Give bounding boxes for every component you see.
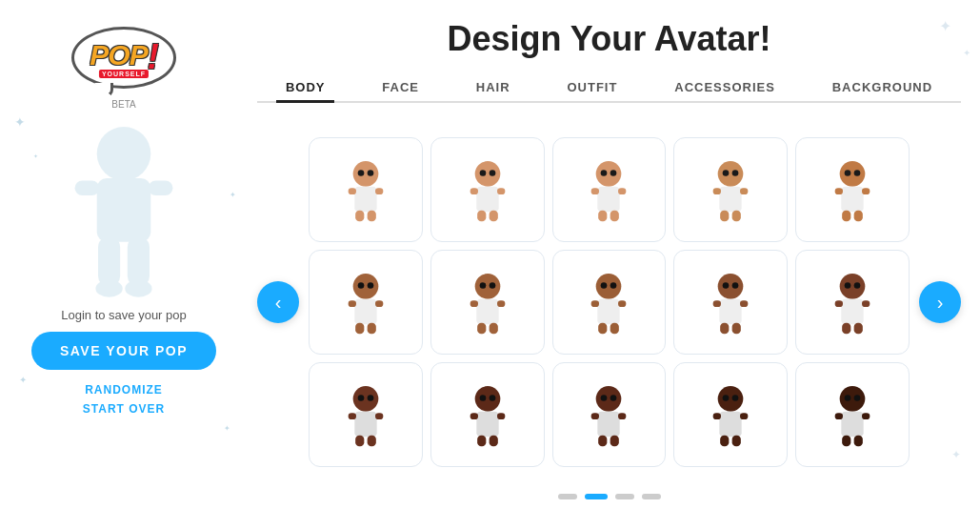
tab-face[interactable]: FACE	[372, 74, 429, 103]
svg-point-57	[479, 282, 486, 289]
beta-label: BETA	[111, 99, 135, 110]
svg-rect-78	[720, 323, 729, 335]
avatar-card-3[interactable]	[552, 137, 667, 242]
avatar-card-14[interactable]	[673, 362, 788, 467]
svg-point-66	[610, 282, 617, 289]
funko-figure-8	[585, 269, 632, 336]
svg-point-49	[358, 282, 365, 289]
svg-rect-29	[618, 188, 626, 194]
svg-rect-85	[862, 300, 870, 307]
deco-sparkle-2: ✦	[963, 48, 970, 58]
svg-rect-84	[835, 300, 843, 307]
svg-rect-53	[375, 300, 383, 307]
logo-container: POP! YOURSELF	[67, 19, 181, 95]
svg-rect-13	[375, 188, 383, 194]
svg-point-34	[732, 170, 739, 176]
tab-outfit[interactable]: OUTFIT	[557, 74, 627, 103]
tab-hair[interactable]: HAIR	[467, 74, 520, 103]
svg-rect-51	[354, 299, 376, 325]
svg-rect-99	[476, 412, 498, 438]
avatar-card-7[interactable]	[430, 250, 545, 355]
svg-rect-76	[713, 300, 721, 307]
svg-point-7	[125, 280, 151, 297]
avatar-silhouette	[52, 127, 195, 298]
svg-point-16	[474, 161, 500, 187]
svg-rect-22	[477, 211, 486, 222]
svg-rect-91	[354, 412, 376, 438]
svg-point-80	[840, 274, 866, 299]
svg-rect-30	[599, 211, 608, 222]
login-text: Login to save your pop	[61, 308, 187, 322]
svg-point-17	[479, 170, 486, 176]
avatar-card-12[interactable]	[430, 362, 545, 467]
svg-point-24	[596, 161, 622, 187]
funko-figure-10	[829, 269, 876, 336]
avatar-card-2[interactable]	[430, 137, 545, 242]
svg-rect-15	[368, 211, 376, 222]
svg-rect-77	[740, 300, 748, 307]
pagination-dot-3[interactable]	[615, 494, 634, 499]
funko-figure-5	[829, 156, 876, 223]
svg-rect-36	[713, 188, 721, 194]
save-your-pop-button[interactable]: SAVE YOUR POP	[31, 332, 216, 370]
svg-rect-63	[489, 323, 497, 335]
prev-arrow-button[interactable]: ‹	[257, 281, 299, 323]
tab-body[interactable]: BODY	[276, 74, 335, 103]
svg-point-98	[489, 395, 495, 401]
svg-point-0	[97, 127, 151, 181]
tab-accessories[interactable]: ACCESSORIES	[665, 74, 785, 103]
svg-rect-23	[489, 211, 497, 222]
pagination-dot-1[interactable]	[558, 494, 577, 499]
svg-rect-60	[470, 300, 477, 307]
funko-figure-14	[707, 381, 754, 448]
svg-point-50	[368, 282, 374, 289]
svg-point-65	[601, 282, 608, 289]
svg-point-106	[610, 395, 617, 401]
avatar-card-13[interactable]	[552, 362, 667, 467]
svg-rect-86	[842, 323, 850, 335]
svg-rect-100	[470, 413, 477, 419]
avatar-card-8[interactable]	[552, 250, 667, 355]
start-over-button[interactable]: START OVER	[83, 402, 165, 416]
svg-point-112	[718, 386, 744, 412]
avatar-card-11[interactable]	[309, 362, 423, 467]
pagination-dot-4[interactable]	[642, 494, 661, 499]
avatar-card-6[interactable]	[309, 250, 423, 355]
randomize-button[interactable]: RANDOMIZE	[85, 383, 163, 397]
tab-background[interactable]: BACKGROUND	[823, 74, 942, 103]
svg-point-105	[601, 395, 608, 401]
svg-rect-124	[835, 413, 843, 419]
pagination-dot-2[interactable]	[585, 494, 608, 499]
funko-figure-15	[829, 381, 876, 448]
svg-point-74	[732, 282, 739, 289]
svg-rect-95	[368, 436, 376, 447]
avatar-card-15[interactable]	[795, 362, 910, 467]
next-arrow-button[interactable]: ›	[919, 281, 961, 323]
avatar-card-1[interactable]	[309, 137, 423, 242]
svg-rect-31	[610, 211, 619, 222]
svg-rect-93	[375, 413, 383, 419]
svg-rect-83	[841, 299, 863, 325]
svg-rect-75	[720, 299, 742, 325]
svg-point-82	[854, 282, 861, 289]
svg-rect-11	[354, 187, 376, 213]
avatar-card-5[interactable]	[795, 137, 910, 242]
svg-rect-47	[854, 211, 863, 222]
svg-rect-115	[720, 412, 742, 438]
svg-rect-127	[854, 436, 863, 447]
svg-point-90	[368, 395, 374, 401]
svg-rect-102	[477, 436, 486, 447]
svg-rect-59	[476, 299, 498, 325]
funko-figure-6	[342, 269, 390, 336]
svg-rect-52	[349, 300, 356, 307]
svg-point-120	[840, 386, 866, 412]
svg-point-114	[732, 395, 739, 401]
funko-figure-11	[342, 381, 390, 448]
svg-rect-92	[349, 413, 356, 419]
svg-rect-101	[497, 413, 505, 419]
svg-point-40	[840, 161, 866, 187]
avatar-card-4[interactable]	[673, 137, 788, 242]
avatar-card-10[interactable]	[795, 250, 910, 355]
avatar-card-9[interactable]	[673, 250, 788, 355]
yourself-badge: YOURSELF	[99, 70, 149, 78]
